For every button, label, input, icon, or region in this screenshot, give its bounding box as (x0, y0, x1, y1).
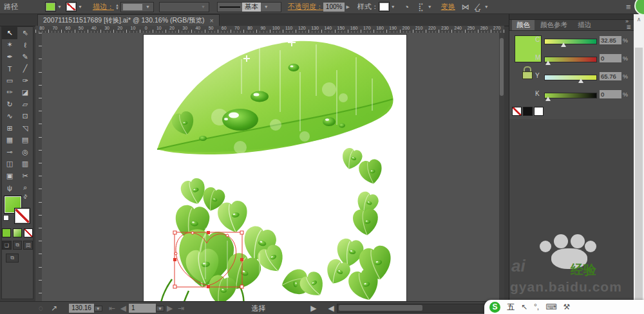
align-dropdown-icon[interactable]: ▼ (426, 5, 433, 9)
toolbar-stroke-swatch[interactable] (14, 208, 30, 224)
select-similar-dropdown[interactable]: ▼ (483, 5, 490, 9)
shape-builder-tool[interactable]: ⊞ (2, 122, 17, 134)
magic-wand-tool[interactable]: ✶ (2, 39, 17, 51)
column-graph-tool[interactable]: ▥ (17, 158, 33, 171)
ime-punctuation-icon[interactable]: °, (534, 302, 539, 311)
ime-mode-label[interactable]: 五 (507, 302, 515, 313)
draw-normal-icon[interactable]: ❏ (2, 241, 12, 250)
opacity-expand-icon[interactable]: ▶ (345, 5, 350, 10)
screen-mode-icon[interactable]: ⧉ (6, 254, 19, 263)
eyedropper-tool[interactable]: ⊸ (2, 146, 17, 158)
pen-tool[interactable]: ✒ (2, 51, 17, 63)
status-expand-icon[interactable]: ▶ (310, 304, 316, 313)
channel-value-field[interactable]: 0 (600, 90, 621, 98)
width-tool[interactable]: ∿ (2, 111, 17, 123)
none-button[interactable] (24, 228, 33, 237)
rectangle-tool[interactable]: ▭ (2, 75, 17, 87)
slider-thumb[interactable] (561, 42, 566, 47)
page-scrollbar[interactable]: ∧ (634, 14, 644, 314)
stroke-dropdown-icon[interactable]: ▼ (77, 5, 84, 9)
perspective-grid-tool[interactable]: ◹ (17, 122, 33, 134)
selection-tool[interactable]: ↖ (2, 27, 17, 39)
swap-fill-stroke-icon[interactable]: ⇄ (22, 193, 29, 200)
type-tool[interactable]: T (2, 63, 17, 75)
blend-tool[interactable]: ◎ (17, 146, 33, 158)
symbol-sprayer-tool[interactable]: ◫ (2, 158, 17, 171)
style-swatch[interactable] (379, 2, 390, 12)
zoom-tool[interactable]: ⌕ (17, 182, 33, 194)
close-tab-icon[interactable]: × (210, 17, 214, 24)
sync-status-icon[interactable]: ◌ (39, 304, 43, 313)
zoom-level-field[interactable]: 130.16 (69, 304, 94, 313)
first-artboard-icon[interactable]: ⇤ (109, 304, 115, 313)
direct-selection-tool[interactable]: ⇖ (17, 27, 33, 39)
style-dropdown-icon[interactable]: ▼ (390, 5, 397, 9)
ime-logo[interactable]: S (489, 302, 500, 313)
gradient-tool[interactable]: ▤ (17, 134, 33, 147)
lasso-tool[interactable]: ℓ (17, 39, 33, 51)
paintbrush-tool[interactable]: ✑ (17, 75, 33, 87)
scroll-up-arrow[interactable]: ∧ (634, 14, 644, 23)
page-scroll-thumb[interactable] (635, 48, 643, 314)
stroke-color-swatch[interactable] (66, 2, 77, 12)
artboard-dropdown[interactable]: ▼ (156, 306, 164, 311)
draw-inside-icon[interactable]: 回 (23, 241, 33, 250)
transform-link[interactable]: 变换 (441, 2, 455, 12)
color-panel-menu-icon[interactable]: ≣ (626, 24, 634, 30)
rotate-tool[interactable]: ↻ (2, 98, 17, 111)
artwork[interactable] (144, 35, 406, 301)
hand-tool[interactable]: ψ (2, 182, 17, 194)
brush-definition-dropdown[interactable]: 基本 ▼ (217, 2, 281, 12)
fill-dropdown-icon[interactable]: ▼ (56, 5, 63, 9)
artboard-number-field[interactable]: 1 (129, 304, 156, 313)
ime-cursor-icon[interactable]: ↖ (521, 302, 527, 311)
line-segment-tool[interactable]: ╱ (17, 63, 33, 75)
pencil-tool[interactable]: ✏ (2, 87, 17, 99)
tab-color[interactable]: 颜色 (512, 20, 535, 30)
last-artboard-icon[interactable]: ⇥ (178, 304, 184, 313)
share-icon[interactable]: ↗ (51, 304, 57, 313)
mesh-tool[interactable]: ▦ (2, 134, 17, 147)
stroke-link[interactable]: 描边： (93, 2, 114, 12)
artboard[interactable] (143, 34, 407, 302)
recolor-artwork-icon[interactable]: ◔ (404, 3, 409, 12)
scale-tool[interactable]: ▱ (17, 98, 33, 111)
eraser-tool[interactable]: ◪ (17, 87, 33, 99)
slider-thumb[interactable] (545, 97, 551, 101)
hscroll-thumb[interactable] (339, 305, 422, 311)
slice-tool[interactable]: ✂ (17, 170, 33, 182)
pasteboard[interactable] (42, 33, 499, 301)
gradient-button[interactable] (13, 228, 22, 237)
fill-color-swatch[interactable] (45, 2, 56, 12)
tab-color-guide[interactable]: 颜色参考 (536, 20, 572, 30)
zoom-dropdown[interactable]: ▼ (94, 306, 102, 311)
free-transform-tool[interactable]: ⊡ (17, 111, 33, 123)
stroke-weight-stepper[interactable]: ▲▼ (115, 4, 119, 10)
hscroll-left-arrow[interactable]: ◀ (328, 304, 334, 313)
isolate-object-icon[interactable]: ⋈ (462, 3, 469, 12)
opacity-link[interactable]: 不透明度： (288, 2, 323, 12)
color-button[interactable] (2, 228, 11, 237)
channel-slider[interactable] (544, 93, 597, 98)
slider-thumb[interactable] (545, 60, 551, 65)
draw-behind-icon[interactable]: ⧉ (13, 241, 23, 250)
curvature-pen-tool[interactable]: ✎ (17, 51, 33, 63)
tab-stroke[interactable]: 描边 (573, 20, 596, 30)
channel-value-field[interactable]: 0 (600, 54, 621, 62)
slider-thumb[interactable] (578, 78, 583, 83)
artboard-tool[interactable]: ▣ (2, 170, 17, 182)
next-artboard-icon[interactable]: ▶ (167, 304, 173, 313)
prev-artboard-icon[interactable]: ◀ (120, 304, 126, 313)
ime-settings-icon[interactable]: ⚒ (564, 302, 571, 311)
lock-icon[interactable] (522, 66, 533, 79)
align-icon[interactable]: ⣏ (418, 3, 424, 12)
channel-slider[interactable] (544, 39, 597, 44)
panel-menu-icon[interactable]: ≣ (626, 3, 631, 10)
select-similar-icon[interactable]: ⍽̸ (475, 3, 480, 12)
ime-keyboard-icon[interactable]: ⌨ (545, 302, 556, 311)
white-swatch[interactable] (534, 107, 544, 116)
default-colors-icon[interactable] (3, 215, 9, 221)
canvas-vertical-scrollbar[interactable] (499, 33, 504, 301)
opacity-value-field[interactable]: 100% (323, 3, 345, 12)
document-tab[interactable]: 2007111511517689 [转换].ai* @ 130.16% (RGB… (37, 14, 220, 26)
